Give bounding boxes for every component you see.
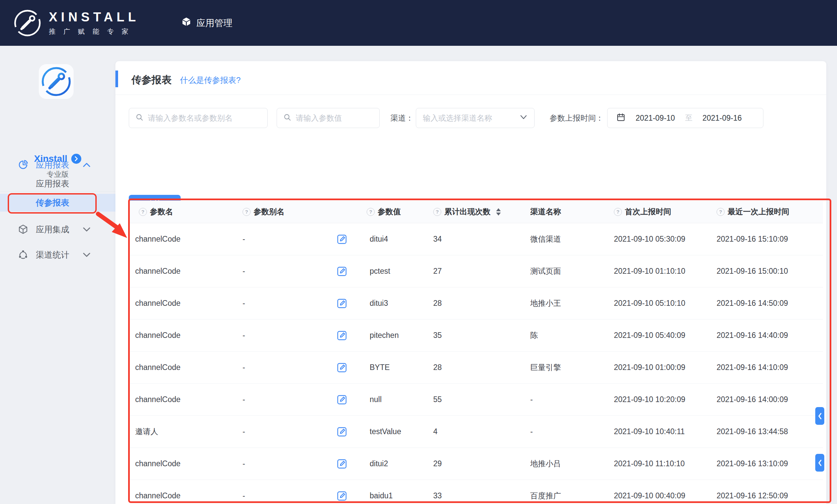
param-value-text: pitechen <box>370 331 399 340</box>
cell-count: 4 <box>433 427 530 436</box>
cell-param-alias: - <box>243 395 330 404</box>
search-icon <box>283 113 292 123</box>
cell-count: 29 <box>433 459 530 468</box>
param-table: 参数名 参数别名 参数值 累计出现次数 渠道名称 首次上报时间 <box>129 201 823 504</box>
col-channel: 渠道名称 <box>530 207 614 217</box>
sidebar-item-app-report[interactable]: 应用报表 <box>0 174 115 193</box>
package-box-icon <box>17 224 29 235</box>
cell-last-time: 2021-09-16 14:00:09 <box>716 395 823 404</box>
sort-icon[interactable] <box>496 208 501 216</box>
help-icon[interactable] <box>716 208 725 216</box>
cell-channel: - <box>530 395 614 404</box>
cell-param-value: testValue <box>330 426 433 437</box>
nav-item-app-management[interactable]: 应用管理 <box>181 17 232 29</box>
param-value-text: ditui2 <box>370 459 388 468</box>
cell-channel: 测试页面 <box>530 266 614 276</box>
cell-first-time: 2021-09-10 00:40:09 <box>614 491 716 500</box>
edit-icon[interactable] <box>336 490 348 502</box>
cell-param-alias: - <box>243 235 330 244</box>
param-value-text: baidu1 <box>370 491 393 500</box>
edit-icon[interactable] <box>336 234 348 245</box>
help-icon[interactable] <box>433 208 441 216</box>
share-network-icon <box>17 249 29 260</box>
cell-count: 28 <box>433 363 530 372</box>
collapse-handle-icon[interactable] <box>815 407 824 425</box>
cell-channel: 百度推广 <box>530 491 614 501</box>
cell-last-time: 2021-09-16 15:10:09 <box>716 235 823 244</box>
param-value-search-box <box>277 108 380 128</box>
title-accent-bar <box>115 71 118 87</box>
sidebar-item-channel-stats[interactable]: 渠道统计 <box>0 242 115 267</box>
cell-param-name: channelCode <box>129 267 243 276</box>
edit-icon[interactable] <box>336 426 348 437</box>
cell-count: 35 <box>433 331 530 340</box>
sidebar-item-label: 传参报表 <box>36 197 69 208</box>
edit-icon[interactable] <box>336 330 348 341</box>
cell-first-time: 2021-09-10 10:20:09 <box>614 395 716 404</box>
cell-first-time: 2021-09-10 01:00:09 <box>614 363 716 372</box>
cell-param-alias: - <box>243 491 330 500</box>
sidebar-item-app-integration[interactable]: 应用集成 <box>0 217 115 242</box>
cell-first-time: 2021-09-10 05:40:09 <box>614 331 716 340</box>
table-row: channelCode - BYTE 28 巨量引擎 2021-09-10 01… <box>129 352 823 384</box>
pie-chart-icon <box>17 159 29 170</box>
channel-label: 渠道： <box>390 108 413 128</box>
cell-param-value: ditui4 <box>330 234 433 245</box>
brand-tagline: 推 广 赋 能 专 家 <box>49 27 140 36</box>
cell-last-time: 2021-09-16 14:40:09 <box>716 331 823 340</box>
chevron-up-icon <box>83 163 91 167</box>
edit-icon[interactable] <box>336 458 348 470</box>
cell-param-alias: - <box>243 459 330 468</box>
table-row: channelCode - pctest 27 测试页面 2021-09-10 … <box>129 255 823 287</box>
table-row: channelCode - ditui2 29 地推小吕 2021-09-10 … <box>129 448 823 480</box>
param-name-input[interactable] <box>148 114 267 123</box>
table-row: channelCode - baidu1 33 百度推广 2021-09-10 … <box>129 480 823 504</box>
cell-param-name: channelCode <box>129 235 243 244</box>
table-row: channelCode - null 55 - 2021-09-10 10:20… <box>129 384 823 416</box>
channel-select[interactable]: 输入或选择渠道名称 <box>416 108 535 128</box>
cell-param-value: null <box>330 394 433 405</box>
edit-icon[interactable] <box>336 362 348 373</box>
edit-icon[interactable] <box>336 394 348 405</box>
table-body: channelCode - ditui4 34 微信渠道 2021-09-10 … <box>129 223 823 504</box>
param-value-input[interactable] <box>296 114 395 123</box>
cell-count: 27 <box>433 267 530 276</box>
edit-icon[interactable] <box>336 266 348 277</box>
param-value-text: null <box>370 395 382 404</box>
date-start[interactable]: 2021-09-10 <box>636 114 675 123</box>
chevron-down-icon <box>83 227 91 232</box>
cell-last-time: 2021-09-16 13:10:09 <box>716 459 823 468</box>
col-param-alias: 参数别名 <box>243 207 330 217</box>
cell-param-alias: - <box>243 299 330 308</box>
edit-icon[interactable] <box>336 298 348 309</box>
cell-count: 34 <box>433 235 530 244</box>
brand: XINSTALL 推 广 赋 能 专 家 <box>13 8 140 38</box>
cell-channel: - <box>530 427 614 436</box>
cell-param-name: channelCode <box>129 299 243 308</box>
sidebar-item-app-report-group[interactable]: 应用报表 <box>0 152 115 178</box>
xinstall-logo-icon <box>13 8 42 38</box>
param-name-search-box <box>129 108 268 128</box>
cell-first-time: 2021-09-10 01:10:10 <box>614 267 716 276</box>
sidebar-item-label: 应用报表 <box>36 160 69 170</box>
col-first-time: 首次上报时间 <box>614 207 716 217</box>
what-is-report-link[interactable]: 什么是传参报表? <box>180 75 241 86</box>
brand-name: XINSTALL <box>49 10 140 24</box>
param-value-text: testValue <box>370 427 401 436</box>
cell-first-time: 2021-09-10 10:40:11 <box>614 427 716 436</box>
date-range-picker[interactable]: 2021-09-10 至 2021-09-16 <box>607 108 763 128</box>
help-icon[interactable] <box>367 208 375 216</box>
cell-param-name: 邀请人 <box>129 427 243 437</box>
cell-channel: 巨量引擎 <box>530 362 614 373</box>
table-row: channelCode - pitechen 35 陈 2021-09-10 0… <box>129 319 823 352</box>
sidebar: Xinstall 专业版 应用报表 应用报表 传参报表 应用集成 <box>0 46 115 504</box>
page-title: 传参报表 <box>131 73 172 87</box>
help-icon[interactable] <box>139 208 147 216</box>
help-icon[interactable] <box>614 208 622 216</box>
help-icon[interactable] <box>243 208 251 216</box>
date-end[interactable]: 2021-09-16 <box>702 114 742 123</box>
sidebar-item-param-report[interactable]: 传参报表 <box>0 194 115 211</box>
cell-count: 28 <box>433 299 530 308</box>
collapse-handle-icon[interactable] <box>815 454 824 471</box>
app-logo <box>39 64 74 99</box>
